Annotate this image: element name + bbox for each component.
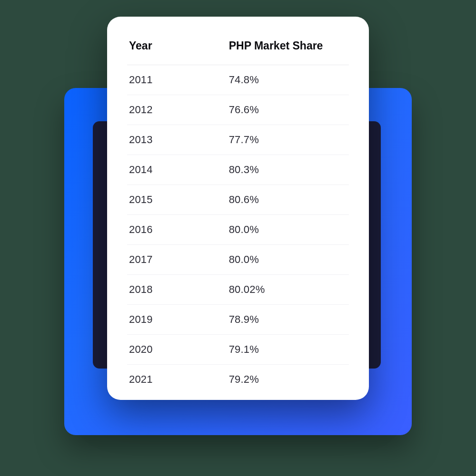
column-header-year: Year bbox=[127, 33, 227, 65]
cell-share: 80.6% bbox=[227, 185, 349, 215]
cell-year: 2018 bbox=[127, 275, 227, 305]
cell-share: 80.02% bbox=[227, 275, 349, 305]
cell-year: 2011 bbox=[127, 65, 227, 95]
cell-year: 2020 bbox=[127, 335, 227, 365]
table-row: 2021 79.2% bbox=[127, 365, 349, 395]
table-row: 2020 79.1% bbox=[127, 335, 349, 365]
table-row: 2019 78.9% bbox=[127, 305, 349, 335]
cell-share: 78.9% bbox=[227, 305, 349, 335]
cell-share: 79.2% bbox=[227, 365, 349, 395]
table-row: 2016 80.0% bbox=[127, 215, 349, 245]
cell-year: 2013 bbox=[127, 125, 227, 155]
table-row: 2012 76.6% bbox=[127, 95, 349, 125]
table-row: 2015 80.6% bbox=[127, 185, 349, 215]
cell-share: 79.1% bbox=[227, 335, 349, 365]
cell-share: 77.7% bbox=[227, 125, 349, 155]
data-card: Year PHP Market Share 2011 74.8% 2012 76… bbox=[107, 17, 369, 400]
cell-year: 2012 bbox=[127, 95, 227, 125]
market-share-table: Year PHP Market Share 2011 74.8% 2012 76… bbox=[127, 33, 349, 394]
cell-year: 2016 bbox=[127, 215, 227, 245]
table-row: 2011 74.8% bbox=[127, 65, 349, 95]
table-row: 2014 80.3% bbox=[127, 155, 349, 185]
cell-year: 2019 bbox=[127, 305, 227, 335]
cell-share: 74.8% bbox=[227, 65, 349, 95]
column-header-share: PHP Market Share bbox=[227, 33, 349, 65]
table-row: 2017 80.0% bbox=[127, 245, 349, 275]
table-row: 2018 80.02% bbox=[127, 275, 349, 305]
cell-year: 2021 bbox=[127, 365, 227, 395]
cell-share: 76.6% bbox=[227, 95, 349, 125]
cell-share: 80.0% bbox=[227, 245, 349, 275]
cell-year: 2015 bbox=[127, 185, 227, 215]
table-header-row: Year PHP Market Share bbox=[127, 33, 349, 65]
table-row: 2013 77.7% bbox=[127, 125, 349, 155]
cell-year: 2014 bbox=[127, 155, 227, 185]
cell-share: 80.3% bbox=[227, 155, 349, 185]
cell-share: 80.0% bbox=[227, 215, 349, 245]
cell-year: 2017 bbox=[127, 245, 227, 275]
